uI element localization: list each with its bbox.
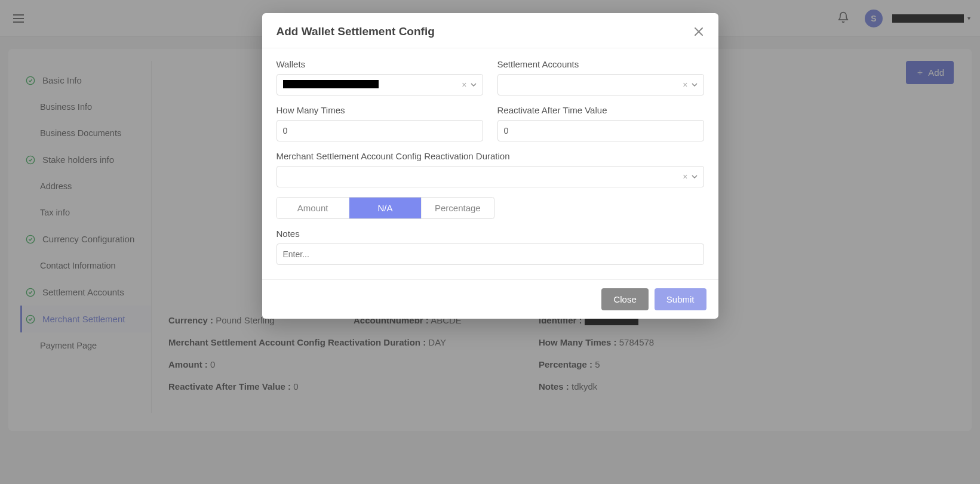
reactivation-duration-select[interactable]: × <box>277 166 704 187</box>
notes-input[interactable] <box>283 249 698 259</box>
segment-amount[interactable]: Amount <box>277 198 349 218</box>
notes-input-wrap <box>277 243 704 265</box>
wallets-label: Wallets <box>277 59 483 69</box>
modal-title: Add Wallet Settlement Config <box>277 25 435 38</box>
submit-button[interactable]: Submit <box>655 288 706 310</box>
close-button[interactable]: Close <box>601 288 648 310</box>
segment-na[interactable]: N/A <box>349 198 421 218</box>
chevron-down-icon[interactable] <box>692 175 698 178</box>
chevron-down-icon[interactable] <box>692 83 698 87</box>
modal-overlay[interactable]: Add Wallet Settlement Config Wallets × <box>0 0 980 484</box>
wallets-value-redacted <box>283 80 379 88</box>
chevron-down-icon[interactable] <box>471 83 477 87</box>
modal-add-wallet-settlement: Add Wallet Settlement Config Wallets × <box>262 13 718 319</box>
wallets-select[interactable]: × <box>277 74 483 95</box>
close-icon[interactable] <box>693 26 704 37</box>
notes-label: Notes <box>277 229 704 239</box>
clear-icon[interactable]: × <box>458 80 470 90</box>
reactivate-after-label: Reactivate After Time Value <box>497 105 704 115</box>
how-many-times-input-wrap <box>277 120 483 141</box>
reactivation-duration-label: Merchant Settlement Account Config React… <box>277 151 704 161</box>
reactivate-after-input-wrap <box>497 120 704 141</box>
reactivate-after-input[interactable] <box>504 126 698 135</box>
clear-icon[interactable]: × <box>679 172 691 181</box>
segment-percentage[interactable]: Percentage <box>421 198 493 218</box>
settlement-accounts-label: Settlement Accounts <box>497 59 704 69</box>
settlement-accounts-select[interactable]: × <box>497 74 704 95</box>
how-many-times-label: How Many Times <box>277 105 483 115</box>
how-many-times-input[interactable] <box>283 126 477 135</box>
clear-icon[interactable]: × <box>679 80 691 90</box>
type-segment: Amount N/A Percentage <box>277 197 494 219</box>
